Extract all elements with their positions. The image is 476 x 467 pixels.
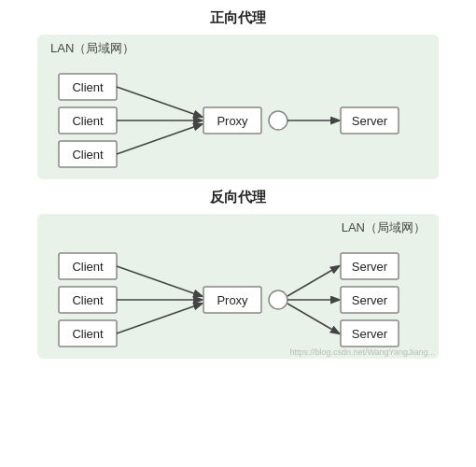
svg-line-21 — [117, 266, 202, 296]
svg-text:Server: Server — [352, 293, 388, 307]
svg-text:Server: Server — [352, 260, 388, 274]
svg-line-8 — [117, 124, 202, 154]
reverse-proxy-title: 反向代理 — [210, 189, 266, 206]
svg-text:Proxy: Proxy — [217, 293, 248, 307]
forward-proxy-diagram: LAN（局域网） Client Client Client — [37, 35, 439, 179]
svg-text:Client: Client — [72, 260, 104, 274]
forward-proxy-section: 正向代理 LAN（局域网） Client Client Client — [19, 9, 457, 179]
reverse-proxy-diagram: LAN（局域网） Client Client Client Proxy — [37, 214, 439, 359]
svg-text:Proxy: Proxy — [217, 114, 248, 128]
svg-text:Client: Client — [72, 114, 104, 128]
svg-text:Client: Client — [72, 327, 104, 341]
svg-line-29 — [287, 304, 339, 333]
reverse-lan-label: LAN（局域网） — [342, 219, 426, 236]
svg-text:Client: Client — [72, 80, 104, 94]
reverse-proxy-section: 反向代理 LAN（局域网） Client Client Client — [19, 189, 457, 359]
svg-text:Server: Server — [352, 327, 388, 341]
forward-proxy-svg: Client Client Client Proxy — [54, 64, 423, 177]
svg-text:Client: Client — [72, 293, 104, 307]
svg-line-23 — [117, 304, 202, 333]
forward-proxy-title: 正向代理 — [210, 9, 266, 27]
reverse-proxy-svg: Client Client Client Proxy — [54, 244, 423, 356]
page: 正向代理 LAN（局域网） Client Client Client — [0, 0, 476, 467]
svg-text:Server: Server — [352, 114, 388, 128]
forward-lan-label: LAN（局域网） — [50, 40, 134, 57]
svg-text:Client: Client — [72, 148, 104, 162]
svg-point-11 — [269, 111, 287, 130]
svg-line-6 — [117, 87, 202, 117]
watermark: https://blog.csdn.net/WangYangJiang... — [289, 347, 435, 357]
svg-line-27 — [287, 266, 339, 296]
svg-point-26 — [269, 290, 287, 309]
